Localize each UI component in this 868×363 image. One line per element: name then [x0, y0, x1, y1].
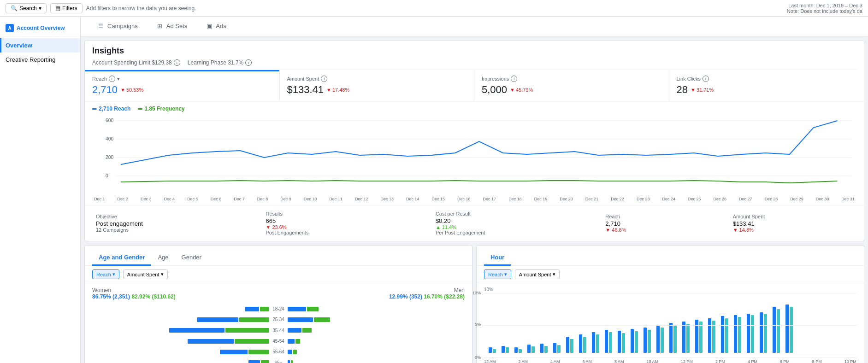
- bar-3pm-teal: [686, 324, 690, 353]
- svg-text:400: 400: [106, 136, 114, 141]
- search-button[interactable]: 🔍 Search ▾: [6, 3, 47, 13]
- tab-age[interactable]: Age: [151, 250, 175, 266]
- metric-impressions-label: Impressions i: [482, 76, 661, 82]
- hour-label-4am: 4 AM: [550, 359, 560, 363]
- tab-ads[interactable]: ▣ Ads: [196, 17, 235, 36]
- bar-12pm-teal: [648, 330, 651, 353]
- bar-row-45-54-men: [288, 337, 465, 345]
- bar-8am-blue: [592, 332, 595, 353]
- summary-reach: Reach 2,710 ▼ 46.8%: [602, 212, 729, 234]
- metric-amount-spent[interactable]: Amount Spent i $133.41 ▼ 17.48%: [280, 70, 475, 101]
- legend-frequency[interactable]: 1.85 Frequency: [138, 105, 184, 112]
- spending-limit-info-icon[interactable]: i: [174, 59, 180, 66]
- tab-campaigns[interactable]: ☰ Campaigns: [88, 17, 147, 36]
- metric-amount-label: Amount Spent i: [287, 76, 467, 82]
- main-layout: A Account Overview Overview Creative Rep…: [0, 17, 868, 363]
- bar-12pm-blue: [644, 328, 647, 353]
- bar-9pm-blue: [760, 312, 763, 353]
- tab-age-gender[interactable]: Age and Gender: [92, 250, 151, 266]
- hour-gridline-bottom: [484, 357, 856, 357]
- summary-reach-value: 2,710 ▼ 46.8%: [605, 220, 725, 233]
- tab-adsets[interactable]: ⊞ Ad Sets: [147, 17, 197, 36]
- reach-chart-area: 2,710 Reach 1.85 Frequency 600 400 200 0: [85, 102, 864, 205]
- amount-info-icon[interactable]: i: [321, 76, 327, 82]
- reach-control-btn[interactable]: Reach ▾: [92, 269, 119, 279]
- bar-4pm-blue: [695, 320, 698, 353]
- metric-reach[interactable]: Reach i ▾ 2,710 ▼ 50.53%: [85, 70, 280, 101]
- search-label: Search: [19, 5, 37, 12]
- tab-gender[interactable]: Gender: [175, 250, 208, 266]
- bar-7pm-blue: [734, 315, 737, 353]
- adsets-icon: ⊞: [156, 22, 164, 29]
- men-55-64-blue: [288, 350, 292, 354]
- hour-body: 10% 10% 5% 0%: [477, 283, 864, 363]
- bar-9am-teal: [609, 332, 612, 353]
- bar-10am-teal: [622, 333, 625, 353]
- bar-11am-blue: [631, 329, 634, 353]
- bar-4am-blue: [540, 344, 543, 353]
- chevron-down-icon: ▾: [39, 5, 41, 12]
- metric-impressions[interactable]: Impressions i 5,000 ▼ 45.79%: [474, 70, 669, 101]
- bar-8pm-blue: [747, 314, 750, 353]
- reach-info-icon[interactable]: i: [109, 76, 115, 82]
- women-18-24-blue: [245, 307, 259, 311]
- hour-amount-btn[interactable]: Amount Spent ▾: [515, 269, 560, 279]
- bar-6pm-blue: [721, 316, 724, 353]
- insights-panel: Insights Account Spending Limit $129.38 …: [84, 40, 864, 241]
- insights-title: Insights: [92, 46, 856, 56]
- filters-button[interactable]: ▤ Filters: [50, 3, 83, 13]
- summary-reach-change: ▼ 46.8%: [605, 227, 725, 233]
- reach-dropdown-icon[interactable]: ▾: [117, 76, 120, 82]
- amount-spent-control-btn[interactable]: Amount Spent ▾: [123, 269, 168, 279]
- bar-row-65plus-women: [92, 358, 269, 363]
- age-label-25-34: 25-34: [272, 317, 285, 322]
- bar-6pm-teal: [725, 318, 728, 353]
- hour-amount-label: Amount Spent: [519, 272, 551, 277]
- bar-11pm-blue: [785, 304, 789, 353]
- link-clicks-info-icon[interactable]: i: [703, 76, 709, 82]
- bar-10pm-blue: [773, 307, 776, 353]
- bar-11pm-teal: [790, 307, 793, 353]
- bottom-panels: Age and Gender Age Gender Reach ▾: [84, 245, 864, 363]
- amount-number: $133.41: [287, 84, 324, 96]
- hour-label-2pm: 2 PM: [715, 359, 725, 363]
- sidebar-item-creative-reporting[interactable]: Creative Reporting: [0, 53, 80, 67]
- metric-amount-value: $133.41 ▼ 17.48%: [287, 84, 467, 96]
- men-18-24-blue: [288, 307, 306, 311]
- summary-cost-sub: Per Post Engagement: [436, 230, 598, 235]
- svg-text:200: 200: [106, 155, 114, 160]
- ag-men-label: Men: [389, 287, 465, 293]
- women-18-24-green: [260, 307, 269, 311]
- women-pct: 86.75% (2,351): [92, 293, 130, 300]
- metric-link-clicks-value: 28 ▼ 31.71%: [677, 84, 857, 96]
- metric-link-clicks[interactable]: Link Clicks i 28 ▼ 31.71%: [669, 70, 864, 101]
- metric-link-clicks-label-text: Link Clicks: [677, 76, 701, 82]
- hour-reach-btn[interactable]: Reach ▾: [484, 269, 511, 279]
- bar-row-18-24-men: [288, 305, 465, 313]
- learning-phase-info-icon[interactable]: i: [245, 59, 252, 66]
- hour-label-8pm: 8 PM: [812, 359, 822, 363]
- bar-8pm-teal: [751, 315, 754, 353]
- account-label[interactable]: Account Overview: [17, 25, 65, 31]
- age-gender-body: Women 86.75% (2,351) 82.92% ($110.62) Me…: [85, 283, 472, 363]
- bar-11am-teal: [635, 331, 638, 353]
- bar-row-55-64-men: [288, 348, 465, 356]
- date-range-display: Last month: Dec 1, 2019 – Dec 3 Note: Do…: [787, 3, 862, 14]
- reach-chart-svg: 600 400 200 0: [92, 114, 856, 197]
- top-bar: 🔍 Search ▾ ▤ Filters Add filters to narr…: [0, 0, 868, 17]
- hour-label-10am: 10 AM: [646, 359, 658, 363]
- women-55-64-blue: [220, 350, 248, 354]
- women-65plus-green: [261, 360, 269, 363]
- reach-btn-label: Reach: [96, 272, 111, 277]
- age-gender-tabs: Age and Gender Age Gender: [92, 250, 465, 265]
- hour-chart-container: 10% 5% 0%: [484, 293, 856, 357]
- women-55-64-green: [248, 350, 269, 354]
- bar-8am-teal: [596, 334, 599, 353]
- sidebar-item-overview[interactable]: Overview: [0, 38, 80, 53]
- legend-reach[interactable]: 2,710 Reach: [92, 105, 130, 112]
- reach-change: ▼ 50.53%: [120, 87, 143, 93]
- women-25-34-blue: [197, 317, 238, 322]
- tab-hour[interactable]: Hour: [484, 250, 511, 266]
- bar-6am-blue: [566, 337, 569, 353]
- impressions-info-icon[interactable]: i: [511, 76, 517, 82]
